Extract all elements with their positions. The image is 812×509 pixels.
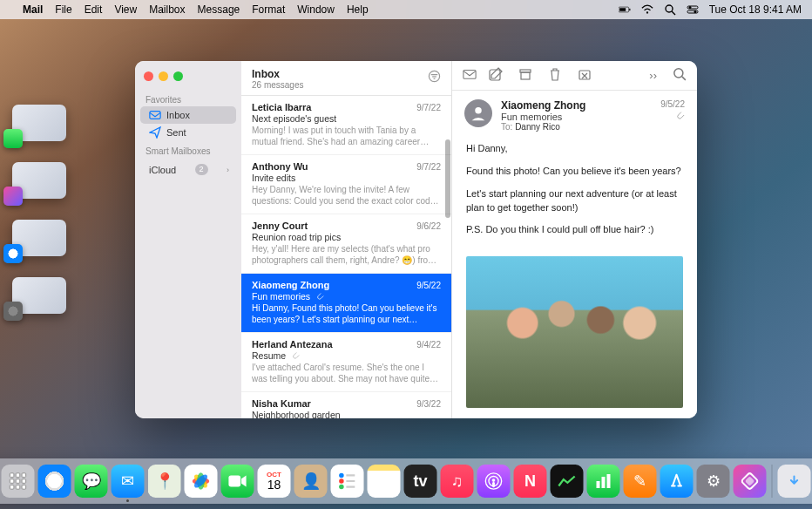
dock-mail[interactable]: ✉︎ (112, 465, 145, 498)
sidebar-item-inbox[interactable]: Inbox (140, 106, 236, 124)
dock-shortcuts[interactable] (734, 465, 767, 498)
menu-edit[interactable]: Edit (85, 3, 103, 16)
menu-message[interactable]: Message (198, 3, 240, 16)
svg-rect-25 (22, 473, 26, 478)
message-subject: Neighborhood garden (252, 410, 441, 418)
reply-button[interactable] (463, 67, 477, 83)
spotlight-icon[interactable] (664, 3, 676, 16)
svg-rect-48 (602, 477, 606, 488)
sidebar-item-icloud[interactable]: iCloud 2 › (140, 161, 236, 178)
zoom-button[interactable] (173, 71, 183, 81)
control-center-icon[interactable] (687, 3, 699, 16)
menu-file[interactable]: File (55, 3, 71, 16)
delete-button[interactable] (548, 67, 562, 83)
dock-podcasts[interactable] (477, 465, 511, 498)
compose-button[interactable] (489, 67, 503, 83)
battery-icon[interactable] (619, 3, 631, 16)
message-list[interactable]: Leticia Ibarra9/7/22Next episode's guest… (241, 96, 451, 418)
dock-notes[interactable] (368, 465, 401, 498)
search-button[interactable] (673, 67, 687, 83)
message-date: 9/7/22 (416, 162, 441, 172)
svg-rect-27 (16, 479, 20, 484)
dock-pages[interactable]: ✎ (624, 465, 657, 498)
sidebar-section-smart: Smart Mailboxes (135, 141, 241, 158)
attachment-icon (313, 291, 324, 302)
message-date: 9/7/22 (416, 103, 441, 112)
svg-point-45 (492, 478, 496, 482)
archive-button[interactable] (518, 67, 532, 83)
message-row[interactable]: Leticia Ibarra9/7/22Next episode's guest… (241, 96, 451, 155)
close-button[interactable] (144, 71, 153, 81)
dock-photos[interactable] (185, 465, 218, 498)
message-sender: Xiaomeng Zhong (252, 280, 329, 290)
svg-rect-46 (492, 482, 495, 487)
dock-tv[interactable]: tv (404, 465, 437, 498)
menu-app[interactable]: Mail (23, 3, 43, 16)
email-image-attachment[interactable] (466, 256, 683, 408)
dock-contacts[interactable]: 👤 (294, 465, 328, 498)
svg-point-3 (646, 11, 648, 13)
reader-date: 9/5/22 (660, 99, 685, 109)
message-row[interactable]: Herland Antezana9/4/22Resume I've attach… (241, 333, 451, 392)
menubar-clock[interactable]: Tue Oct 18 9:41 AM (709, 3, 802, 16)
junk-button[interactable] (578, 67, 592, 83)
attachment-icon (660, 111, 685, 121)
menu-window[interactable]: Window (297, 3, 335, 16)
message-subject: Resume (252, 350, 441, 361)
mailbox-title: Inbox (252, 68, 303, 80)
attachment-icon (288, 350, 300, 361)
mail-window: Favorites Inbox Sent Smart Mailboxes iCl… (135, 61, 697, 418)
dock-stocks[interactable] (551, 465, 584, 498)
reader-pane: ›› Xiaomeng Zhong Fun memories To: Danny… (452, 61, 697, 418)
dock-safari[interactable] (38, 465, 71, 498)
filter-button[interactable] (428, 70, 441, 85)
svg-rect-2 (629, 9, 630, 10)
message-row[interactable]: Jenny Court9/6/22Reunion road trip picsH… (241, 214, 451, 274)
stage-thumb-safari[interactable] (12, 220, 66, 256)
dock-music[interactable]: ♫ (441, 465, 474, 498)
dock-divider (772, 465, 773, 498)
stage-thumb-shortcuts[interactable] (12, 162, 66, 199)
stage-thumb-messages[interactable] (12, 105, 66, 141)
minimize-button[interactable] (159, 71, 168, 81)
menu-help[interactable]: Help (347, 3, 369, 16)
dock-maps[interactable]: 📍 (148, 465, 181, 498)
dock-news[interactable]: N (514, 465, 547, 498)
dock-numbers[interactable] (587, 465, 620, 498)
dock-reminders[interactable] (331, 465, 364, 498)
dock-downloads[interactable] (778, 465, 811, 498)
window-controls (135, 66, 241, 90)
stage-thumb-settings[interactable] (12, 277, 66, 314)
message-date: 9/6/22 (416, 221, 441, 231)
svg-point-37 (339, 473, 344, 478)
dock-messages[interactable]: 💬 (75, 465, 108, 498)
svg-rect-29 (10, 485, 14, 490)
dock-appstore[interactable] (660, 465, 694, 498)
message-date: 9/3/22 (416, 399, 441, 409)
svg-rect-18 (521, 72, 530, 79)
sent-icon (149, 126, 161, 139)
scrollbar[interactable] (445, 139, 450, 218)
message-row[interactable]: Xiaomeng Zhong9/5/22Fun memories Hi Dann… (241, 274, 451, 333)
menu-format[interactable]: Format (252, 3, 285, 16)
message-row[interactable]: Anthony Wu9/7/22Invite editsHey Danny, W… (241, 155, 451, 214)
message-sender: Jenny Court (252, 221, 308, 231)
message-preview: I've attached Carol's resume. She's the … (252, 362, 441, 384)
wifi-icon[interactable] (641, 3, 653, 16)
message-preview: Hi Danny, Found this photo! Can you beli… (252, 302, 441, 325)
message-row[interactable]: Nisha Kumar9/3/22Neighborhood gardenWe'r… (241, 392, 451, 418)
sidebar-item-label: Inbox (166, 110, 190, 120)
svg-rect-23 (10, 473, 14, 478)
more-toolbar-button[interactable]: ›› (649, 69, 657, 82)
sidebar-item-sent[interactable]: Sent (140, 124, 236, 141)
dock-calendar[interactable]: OCT 18 (258, 465, 291, 498)
dock-launchpad[interactable] (2, 465, 35, 498)
message-sender: Leticia Ibarra (252, 102, 311, 112)
svg-rect-28 (22, 479, 26, 484)
svg-rect-49 (607, 474, 611, 488)
svg-point-20 (674, 69, 683, 78)
menu-view[interactable]: View (114, 3, 137, 16)
dock-facetime[interactable] (221, 465, 254, 498)
dock-settings[interactable]: ⚙︎ (697, 465, 730, 498)
menu-mailbox[interactable]: Mailbox (149, 3, 185, 16)
